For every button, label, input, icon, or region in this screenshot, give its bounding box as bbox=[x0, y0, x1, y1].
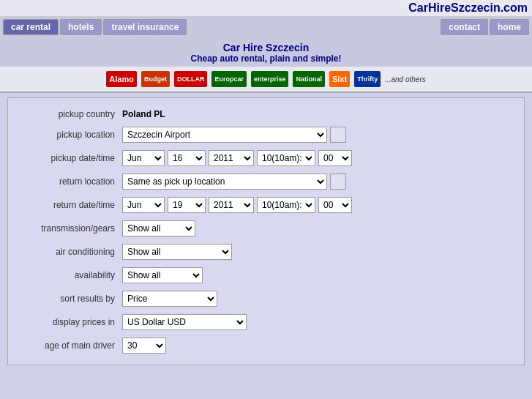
pickup-datetime-label: pickup date/time bbox=[20, 153, 122, 163]
top-bar: CarHireSzczecin.com bbox=[0, 0, 532, 17]
age-control: 30 bbox=[122, 338, 512, 354]
brand-sixt: Sixt bbox=[329, 71, 350, 87]
return-datetime-row: return date/time Jun 19 2011 10(10am): 0… bbox=[8, 193, 524, 217]
site-title: CarHireSzczecin.com bbox=[408, 1, 528, 15]
availability-control: Show all bbox=[122, 267, 512, 283]
header-subtitle: Cheap auto rental, plain and simple! bbox=[3, 53, 529, 64]
page-header: Car Hire Szczecin Cheap auto rental, pla… bbox=[0, 37, 532, 67]
ac-label: air conditioning bbox=[20, 247, 122, 257]
availability-row: availability Show all bbox=[8, 264, 524, 287]
age-label: age of main driver bbox=[20, 340, 122, 351]
transmission-control: Show all bbox=[122, 220, 512, 236]
brand-enterprise: enterprise bbox=[251, 71, 289, 87]
return-year-select[interactable]: 2011 bbox=[209, 197, 254, 213]
brand-alamo: Alamo bbox=[106, 71, 137, 87]
pickup-location-row: pickup location Szczecin Airport bbox=[8, 123, 524, 146]
return-min-select[interactable]: 00 bbox=[318, 197, 352, 213]
pickup-day-select[interactable]: 16 bbox=[168, 150, 206, 166]
return-location-label: return location bbox=[20, 176, 122, 187]
contact-button[interactable]: contact bbox=[441, 19, 488, 35]
brand-dollar: DOLLAR bbox=[174, 71, 208, 87]
currency-label: display prices in bbox=[20, 317, 122, 327]
brand-others: ...and others bbox=[385, 75, 426, 83]
transmission-row: transmission/gears Show all bbox=[8, 217, 524, 240]
tab-travel-insurance[interactable]: travel insurance bbox=[103, 19, 187, 35]
home-button[interactable]: home bbox=[490, 19, 529, 35]
sort-label: sort results by bbox=[20, 294, 122, 304]
brand-national: National bbox=[293, 71, 325, 87]
pickup-min-select[interactable]: 00 bbox=[318, 150, 352, 166]
sort-select[interactable]: Price bbox=[122, 291, 217, 307]
return-map-button[interactable] bbox=[330, 174, 346, 190]
return-month-select[interactable]: Jun bbox=[122, 197, 165, 213]
return-day-select[interactable]: 19 bbox=[168, 197, 206, 213]
header-title: Car Hire Szczecin bbox=[3, 42, 529, 53]
pickup-country-row: pickup country Poland PL bbox=[8, 105, 524, 123]
brand-budget: Budget bbox=[141, 71, 170, 87]
return-datetime-control: Jun 19 2011 10(10am): 00 bbox=[122, 197, 512, 213]
nav-tabs: car rental hotels travel insurance bbox=[3, 19, 187, 35]
availability-label: availability bbox=[20, 270, 122, 280]
availability-select[interactable]: Show all bbox=[122, 267, 203, 283]
tab-car-rental[interactable]: car rental bbox=[3, 19, 59, 35]
age-select[interactable]: 30 bbox=[122, 338, 166, 354]
brands-bar: Alamo Budget DOLLAR Europcar enterprise … bbox=[0, 67, 532, 93]
search-form: pickup country Poland PL pickup location… bbox=[7, 97, 525, 365]
tab-hotels[interactable]: hotels bbox=[60, 19, 102, 35]
brand-thrifty: Thrifty bbox=[354, 71, 381, 87]
pickup-country-label: pickup country bbox=[20, 109, 122, 119]
currency-select[interactable]: US Dollar USD bbox=[122, 314, 247, 330]
sort-row: sort results by Price bbox=[8, 287, 524, 310]
pickup-year-select[interactable]: 2011 bbox=[209, 150, 254, 166]
pickup-location-label: pickup location bbox=[20, 130, 122, 140]
pickup-datetime-row: pickup date/time Jun 16 2011 10(10am): 0… bbox=[8, 146, 524, 170]
pickup-location-control: Szczecin Airport bbox=[122, 127, 512, 143]
pickup-hour-select[interactable]: 10(10am): bbox=[257, 150, 315, 166]
age-row: age of main driver 30 bbox=[8, 334, 524, 357]
ac-control: Show all bbox=[122, 244, 512, 260]
brand-europcar: Europcar bbox=[211, 71, 247, 87]
transmission-select[interactable]: Show all bbox=[122, 220, 195, 236]
pickup-country-control: Poland PL bbox=[122, 109, 512, 119]
return-location-control: Same as pick up location bbox=[122, 174, 512, 190]
nav-bar: car rental hotels travel insurance conta… bbox=[0, 17, 532, 37]
return-hour-select[interactable]: 10(10am): bbox=[257, 197, 315, 213]
pickup-datetime-control: Jun 16 2011 10(10am): 00 bbox=[122, 150, 512, 166]
return-datetime-label: return date/time bbox=[20, 200, 122, 210]
pickup-month-select[interactable]: Jun bbox=[122, 150, 165, 166]
transmission-label: transmission/gears bbox=[20, 223, 122, 234]
currency-control: US Dollar USD bbox=[122, 314, 512, 330]
return-location-row: return location Same as pick up location bbox=[8, 170, 524, 193]
ac-select[interactable]: Show all bbox=[122, 244, 232, 260]
sort-control: Price bbox=[122, 291, 512, 307]
return-location-select[interactable]: Same as pick up location bbox=[122, 174, 327, 190]
currency-row: display prices in US Dollar USD bbox=[8, 310, 524, 334]
pickup-country-value: Poland PL bbox=[122, 109, 165, 119]
pickup-location-select[interactable]: Szczecin Airport bbox=[122, 127, 327, 143]
ac-row: air conditioning Show all bbox=[8, 240, 524, 264]
pickup-map-button[interactable] bbox=[330, 127, 346, 143]
nav-buttons: contact home bbox=[441, 19, 529, 35]
